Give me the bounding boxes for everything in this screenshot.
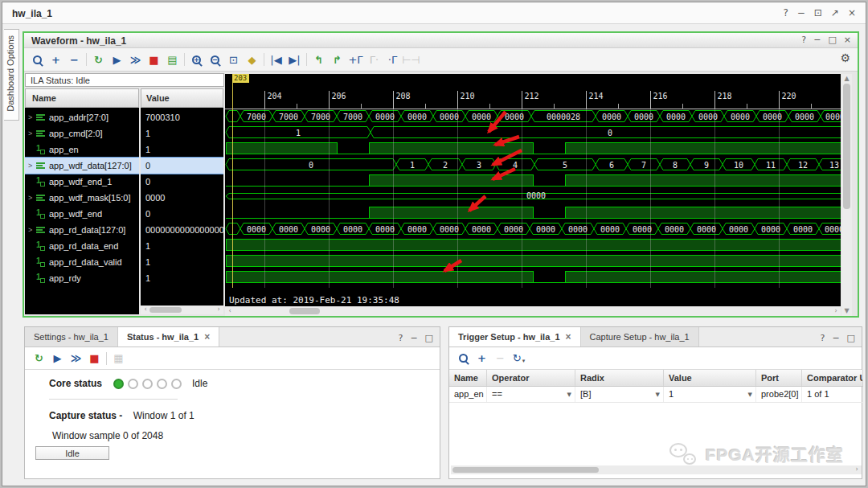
dashboard-options-tab[interactable]: Dashboard Options: [4, 29, 19, 121]
search-icon[interactable]: [454, 350, 473, 367]
signal-value[interactable]: 0: [141, 158, 223, 174]
signal-value[interactable]: 0: [141, 174, 223, 190]
waveform-minimize-icon[interactable]: −: [813, 35, 821, 45]
export-ila-data-icon[interactable]: ▤: [163, 51, 182, 68]
stop-trigger-icon[interactable]: ■: [85, 350, 104, 367]
status-tab[interactable]: Status - hw_ila_1×: [118, 327, 219, 347]
time-cursor-label[interactable]: 203: [232, 74, 249, 83]
go-to-start-icon[interactable]: |◀: [267, 51, 285, 68]
status-help-icon[interactable]: ?: [399, 333, 403, 343]
trigger-table-cell[interactable]: app_en: [449, 387, 487, 402]
window-minimize-icon[interactable]: −: [797, 7, 805, 18]
trigger-tab[interactable]: Capture Setup - hw_ila_1: [581, 327, 699, 347]
signal-value[interactable]: 1: [141, 125, 223, 141]
window-float-icon[interactable]: ⊡: [814, 7, 822, 18]
zoom-in-icon[interactable]: +: [187, 51, 206, 68]
signal-row[interactable]: app_en: [25, 141, 139, 158]
waveform-horizontal-scrollbar[interactable]: ‹ ›: [225, 306, 841, 316]
remove-probes-icon[interactable]: −: [65, 51, 84, 68]
waveform-maximize-icon[interactable]: □: [828, 35, 836, 45]
waveform-help-icon[interactable]: ?: [801, 35, 806, 45]
value-column-header[interactable]: Value: [141, 88, 223, 108]
value-column-scrollbar[interactable]: ‹ ›: [141, 306, 223, 314]
window-close-icon[interactable]: ×: [848, 7, 856, 18]
stop-trigger-icon[interactable]: ■: [145, 51, 163, 68]
expand-chevron-icon[interactable]: >: [28, 162, 36, 170]
run-immediate-icon[interactable]: ▶: [48, 350, 67, 367]
search-icon[interactable]: [28, 51, 47, 68]
signal-row[interactable]: >app_wdf_mask[15:0]: [25, 190, 139, 206]
dropdown-chevron-icon[interactable]: ▼: [748, 389, 752, 402]
run-all-icon[interactable]: ≫: [126, 51, 145, 68]
status-minimize-icon[interactable]: −: [410, 333, 417, 343]
settings-gear-icon[interactable]: ⚙: [840, 51, 850, 64]
window-help-icon[interactable]: ?: [783, 7, 788, 18]
trigger-table-scrollbar[interactable]: ›: [451, 465, 862, 474]
rearm-trigger-icon[interactable]: ↻▾: [510, 350, 528, 367]
trigger-column-header[interactable]: Operator: [487, 370, 575, 386]
signal-value[interactable]: 7000310: [141, 109, 223, 125]
trigger-column-header[interactable]: Radix: [575, 370, 664, 386]
tab-close-icon[interactable]: ×: [204, 331, 210, 342]
expand-chevron-icon[interactable]: >: [28, 226, 36, 234]
trigger-tab[interactable]: Trigger Setup - hw_ila_1×: [449, 327, 581, 347]
run-all-icon[interactable]: ≫: [67, 350, 85, 367]
signal-row[interactable]: >app_cmd[2:0]: [25, 125, 139, 141]
trigger-minimize-icon[interactable]: −: [832, 333, 839, 343]
status-maximize-icon[interactable]: □: [425, 333, 433, 343]
signal-row[interactable]: app_rd_data_end: [25, 238, 139, 254]
expand-chevron-icon[interactable]: >: [28, 194, 36, 202]
zoom-out-icon[interactable]: −: [206, 51, 224, 68]
add-condition-icon[interactable]: +: [473, 350, 491, 367]
trigger-table-cell[interactable]: 1▼: [664, 387, 756, 402]
run-trigger-icon[interactable]: ↻: [89, 51, 108, 68]
next-transition-icon[interactable]: ↱: [328, 51, 346, 68]
trigger-maximize-icon[interactable]: □: [847, 333, 855, 343]
trigger-column-header[interactable]: Value: [664, 370, 756, 386]
trigger-column-header[interactable]: Port: [756, 370, 802, 386]
signal-value[interactable]: 000000000000000000: [141, 222, 223, 238]
trigger-table-row[interactable]: app_en==▼[B]▼1▼probe2[0]1 of 1: [449, 387, 863, 403]
waveform-panel-header[interactable]: Waveform - hw_ila_1 ?−□×: [24, 33, 858, 48]
add-marker-icon[interactable]: +Γ: [346, 51, 365, 68]
layout-icon[interactable]: ▦: [109, 350, 128, 367]
signal-row[interactable]: >app_rd_data[127:0]: [25, 222, 139, 238]
add-probes-icon[interactable]: +: [47, 51, 65, 68]
previous-transition-icon[interactable]: ↰: [309, 51, 328, 68]
zoom-to-cursor-icon[interactable]: ◆: [243, 51, 261, 68]
dropdown-chevron-icon[interactable]: ▼: [567, 389, 571, 402]
signal-row[interactable]: app_wdf_end: [25, 206, 139, 222]
trigger-table-cell[interactable]: [B]▼: [575, 387, 664, 402]
signal-value[interactable]: 1: [141, 141, 223, 158]
waveform-canvas[interactable]: 204206208210212214216218220222 700070007…: [225, 74, 841, 316]
dropdown-chevron-icon[interactable]: ▼: [656, 389, 660, 402]
signal-row[interactable]: >app_addr[27:0]: [25, 109, 139, 125]
remove-condition-icon[interactable]: −: [491, 350, 510, 367]
trigger-column-header[interactable]: Name: [449, 370, 487, 386]
signal-row[interactable]: app_wdf_end_1: [25, 174, 139, 190]
zoom-fit-icon[interactable]: ⊡: [224, 51, 243, 68]
window-maximize-icon[interactable]: ↗: [831, 7, 839, 18]
status-tab[interactable]: Settings - hw_ila_1: [25, 327, 118, 347]
expand-chevron-icon[interactable]: >: [28, 113, 36, 121]
trigger-help-icon[interactable]: ?: [821, 333, 825, 343]
time-cursor[interactable]: [232, 83, 233, 288]
waveform-close-icon[interactable]: ×: [844, 35, 851, 45]
go-to-end-icon[interactable]: ▶|: [285, 51, 304, 68]
expand-chevron-icon[interactable]: >: [28, 129, 36, 137]
signal-row[interactable]: >app_wdf_data[127:0]: [25, 158, 139, 174]
signal-value[interactable]: 0000: [141, 190, 223, 206]
signal-value[interactable]: 1: [141, 254, 223, 270]
next-marker-icon[interactable]: ·Γ: [383, 51, 402, 68]
swap-markers-icon[interactable]: ⊢⊣: [402, 51, 420, 68]
signal-value[interactable]: 1: [141, 270, 223, 286]
tab-close-icon[interactable]: ×: [566, 331, 571, 342]
waveform-vertical-scrollbar[interactable]: ▲ ▼: [841, 74, 852, 316]
trigger-table-cell[interactable]: ==▼: [487, 387, 575, 402]
run-immediate-icon[interactable]: ▶: [108, 51, 126, 68]
trigger-table-cell[interactable]: probe2[0]: [756, 387, 802, 402]
signal-value[interactable]: 0: [141, 206, 223, 222]
run-trigger-icon[interactable]: ↻: [30, 350, 48, 367]
trigger-table-cell[interactable]: 1 of 1: [802, 387, 863, 402]
signal-value[interactable]: 1: [141, 238, 223, 254]
